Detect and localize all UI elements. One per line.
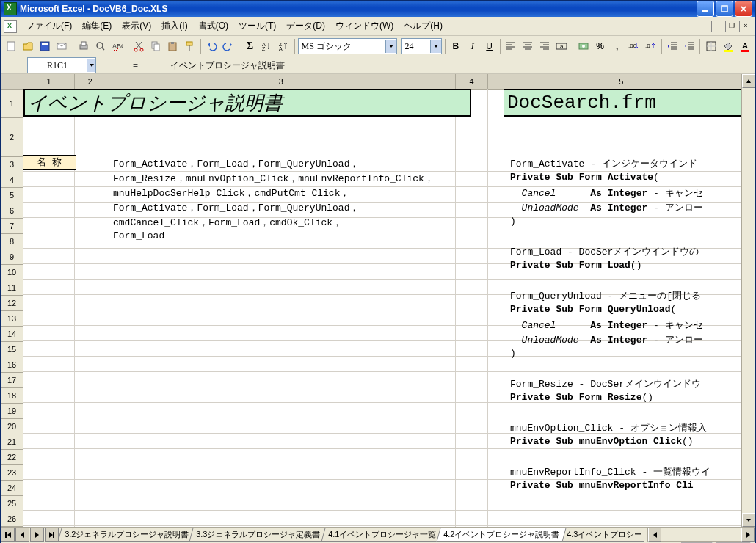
comma-button[interactable]: , — [609, 37, 625, 55]
cell[interactable]: UnloadMode As Integer - アンロー — [510, 201, 703, 214]
bold-button[interactable]: B — [448, 37, 463, 55]
cell[interactable]: Private Sub Form_QueryUnload( — [510, 304, 676, 315]
sheet-tab[interactable]: 4.2イベントプロシージャ説明書 — [436, 528, 566, 542]
menu-file[interactable]: ファイル(F) — [21, 18, 76, 34]
sort-asc-button[interactable]: AZ — [259, 37, 275, 55]
tab-nav-prev[interactable] — [15, 528, 29, 542]
cell[interactable]: Private Sub Form_Load() — [510, 260, 641, 271]
cell[interactable]: Private Sub mnuEnvReportInfo_Cli — [510, 480, 694, 491]
row-header[interactable]: 16 — [1, 357, 23, 373]
row-header[interactable]: 23 — [1, 465, 23, 481]
sheet-tab[interactable]: 3.3ジェネラルプロシージャ定義書 — [189, 528, 327, 542]
mail-button[interactable] — [54, 37, 70, 55]
font-size-box[interactable] — [401, 38, 442, 54]
spell-button[interactable]: ABC — [109, 37, 125, 55]
row-header[interactable]: 24 — [1, 481, 23, 496]
column-header[interactable]: 2 — [75, 74, 106, 89]
preview-button[interactable] — [92, 37, 108, 55]
row-header[interactable]: 6 — [1, 203, 23, 219]
scroll-up-button[interactable] — [742, 74, 755, 88]
menu-data[interactable]: データ(D) — [282, 18, 330, 34]
open-button[interactable] — [21, 37, 36, 55]
scroll-down-button[interactable] — [742, 513, 755, 527]
sheet-tab[interactable]: 4.3イベントプロシー — [560, 528, 645, 542]
column-header[interactable]: 1 — [23, 74, 75, 89]
align-center-button[interactable] — [520, 37, 536, 55]
tab-nav-last[interactable] — [45, 528, 59, 542]
cell[interactable]: mnuEnvOption_Click - オプション情報入 — [510, 421, 707, 434]
horizontal-scrollbar[interactable] — [647, 528, 755, 542]
cell[interactable]: ) — [510, 216, 516, 227]
increase-indent-button[interactable] — [682, 37, 697, 55]
column-header[interactable]: 3 — [106, 74, 456, 89]
menu-edit[interactable]: 編集(E) — [78, 18, 116, 34]
row-header[interactable]: 2 — [1, 118, 23, 157]
cell[interactable]: Form_Load - DocSerメインウインドウの — [510, 245, 699, 258]
column-header[interactable]: 4 — [456, 74, 487, 89]
font-name-input[interactable] — [299, 40, 385, 53]
worksheet-grid[interactable]: 1234567891011121314151617181920212223242… — [1, 74, 755, 527]
menu-help[interactable]: ヘルプ(H) — [399, 18, 447, 34]
align-right-button[interactable] — [537, 37, 553, 55]
sheet-tab[interactable]: 3.2ジェネラルプロシージャ説明書 — [59, 528, 196, 542]
cell[interactable]: ) — [510, 348, 516, 359]
name-box-input[interactable] — [28, 60, 87, 71]
font-name-box[interactable] — [298, 38, 397, 54]
row-header[interactable]: 17 — [1, 373, 23, 388]
row-header[interactable]: 1 — [1, 90, 23, 118]
borders-button[interactable] — [703, 37, 719, 55]
cell[interactable]: Private Sub Form_Activate( — [510, 172, 659, 183]
cell[interactable]: cmdCancel_Click，Form_Load，cmdOk_Click， — [113, 216, 342, 229]
row-header[interactable]: 12 — [1, 296, 23, 311]
cell[interactable]: UnloadMode As Integer - アンロー — [510, 333, 703, 346]
cell[interactable]: Form_Resize，mnuEnvOption_Click，mnuEnvRep… — [113, 172, 434, 185]
italic-button[interactable]: I — [465, 37, 480, 55]
row-header[interactable]: 21 — [1, 434, 23, 450]
merge-center-button[interactable]: a — [554, 37, 570, 55]
row-header[interactable]: 13 — [1, 311, 23, 327]
name-box-dropdown[interactable] — [87, 59, 95, 72]
decrease-indent-button[interactable] — [665, 37, 680, 55]
paste-button[interactable] — [165, 37, 181, 55]
decrease-decimal-button[interactable]: .0 — [643, 37, 658, 55]
cell[interactable]: Form_Resize - DocSerメインウインドウ — [510, 377, 701, 390]
menu-tools[interactable]: ツール(T) — [234, 18, 280, 34]
cell[interactable]: Form_Load — [113, 230, 164, 241]
cell[interactable]: mnuEnvReportInfo_Click - 一覧情報ウイ — [510, 465, 710, 478]
row-header[interactable]: 7 — [1, 219, 23, 234]
copy-button[interactable] — [148, 37, 164, 55]
row-header[interactable]: 22 — [1, 450, 23, 465]
column-header[interactable]: 5 — [488, 74, 756, 89]
row-header[interactable]: 14 — [1, 327, 23, 342]
menu-insert[interactable]: 挿入(I) — [157, 18, 192, 34]
scroll-left-button[interactable] — [648, 528, 661, 542]
font-size-input[interactable] — [402, 40, 430, 53]
cut-button[interactable] — [131, 37, 147, 55]
percent-button[interactable]: % — [592, 37, 608, 55]
fill-color-button[interactable] — [720, 37, 735, 55]
menu-window[interactable]: ウィンドウ(W) — [331, 18, 398, 34]
cell[interactable]: Form_QueryUnload - メニューの[閉じる — [510, 289, 701, 302]
cell[interactable]: mnuHelpDocSerHelp_Click，cmdPutCmt_Click， — [113, 186, 349, 200]
close-button[interactable] — [735, 1, 752, 17]
tab-nav-next[interactable] — [30, 528, 44, 542]
cell[interactable]: Form_Activate，Form_Load，Form_QueryUnload… — [113, 157, 359, 170]
format-painter-button[interactable] — [182, 37, 197, 55]
currency-button[interactable] — [575, 37, 591, 55]
undo-button[interactable] — [203, 37, 219, 55]
row-header[interactable]: 26 — [1, 511, 23, 527]
menu-view[interactable]: 表示(V) — [117, 18, 156, 34]
vertical-scrollbar[interactable] — [741, 74, 755, 527]
row-header[interactable]: 11 — [1, 280, 23, 296]
font-name-dropdown[interactable] — [385, 40, 396, 53]
cell[interactable]: Form_Activate - インジケータウインド — [510, 157, 697, 170]
grid-body[interactable]: 12345 イベントプロシージャ説明書 DocSearch.frm 名 称 Fo… — [23, 74, 755, 527]
autosum-button[interactable]: Σ — [242, 37, 258, 55]
row-header[interactable]: 10 — [1, 265, 23, 280]
tab-nav-first[interactable] — [1, 528, 15, 542]
cell[interactable]: Private Sub mnuEnvOption_Click() — [510, 436, 694, 447]
mdi-close-button[interactable]: × — [739, 21, 752, 32]
scroll-right-button[interactable] — [741, 528, 755, 542]
sheet-tab[interactable]: 4.1イベントプロシージャ一覧 — [321, 528, 443, 542]
maximize-button[interactable] — [716, 1, 733, 17]
